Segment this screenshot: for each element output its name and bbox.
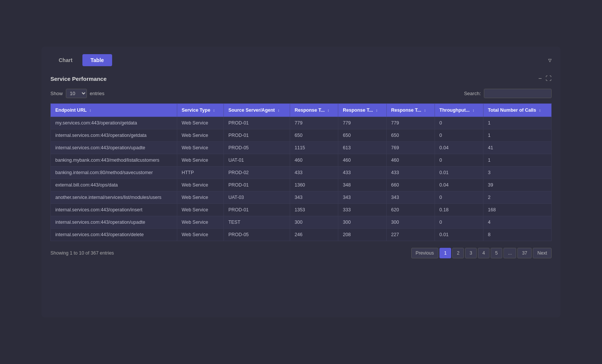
show-entries: Show 10 25 50 100 entries	[50, 89, 105, 98]
search-row: Search:	[464, 89, 552, 98]
cell-row8-col3: 300	[290, 216, 338, 229]
cell-row1-col3: 650	[290, 129, 338, 142]
cell-row0-col6: 0	[435, 117, 483, 129]
cell-row1-col5: 650	[386, 129, 435, 142]
cell-row1-col0: internal.services.com:443/operation/getd…	[51, 129, 177, 142]
cell-row8-col4: 300	[338, 216, 386, 229]
sort-icon-source: ↕	[278, 108, 280, 112]
cell-row2-col0: internal.services.com:443/operation/upad…	[51, 142, 177, 154]
sort-icon-resp1: ↕	[327, 108, 329, 112]
sort-icon-endpoint: ↕	[90, 108, 91, 112]
cell-row2-col1: Web Service	[177, 142, 223, 154]
cell-row4-col5: 433	[386, 167, 435, 179]
sort-icon-resp3: ↕	[424, 108, 426, 112]
cell-row2-col7: 41	[483, 142, 551, 154]
cell-row7-col6: 0.18	[435, 204, 483, 216]
cell-row7-col2: PROD-01	[223, 204, 290, 216]
cell-row4-col7: 3	[483, 167, 551, 179]
filter-icon[interactable]: ▿	[548, 56, 552, 64]
table-row: internal.services.com:443/operation/upad…	[51, 216, 552, 229]
cell-row5-col3: 1360	[290, 179, 338, 191]
expand-button[interactable]: ⛶	[546, 75, 552, 82]
table-controls: Show 10 25 50 100 entries Search:	[50, 89, 552, 98]
cell-row2-col3: 1115	[290, 142, 338, 154]
cell-row0-col2: PROD-01	[223, 117, 290, 129]
table-row: banking.mybank.com:443/method/listallcus…	[51, 154, 552, 167]
cell-row5-col5: 660	[386, 179, 435, 191]
cell-row1-col4: 650	[338, 129, 386, 142]
sort-icon-throughput: ↕	[473, 108, 474, 112]
tab-table[interactable]: Table	[82, 54, 112, 66]
show-label: Show	[50, 91, 63, 96]
search-input[interactable]	[484, 89, 552, 98]
cell-row6-col4: 343	[338, 191, 386, 204]
section-header: Service Performance − ⛶	[50, 75, 552, 82]
cell-row4-col0: banking.internal.com:80/method/savecusto…	[51, 167, 177, 179]
pagination-row: Showing 1 to 10 of 367 entries Previous …	[50, 248, 552, 258]
cell-row9-col0: internal.services.com:443/operation/dele…	[51, 229, 177, 241]
cell-row3-col3: 460	[290, 154, 338, 167]
cell-row9-col2: PROD-05	[223, 229, 290, 241]
cell-row2-col5: 769	[386, 142, 435, 154]
cell-row2-col6: 0.04	[435, 142, 483, 154]
col-resp2[interactable]: Response T... ↕	[338, 104, 386, 117]
table-header-row: Endpoint URL ↕ Service Type ↕ Source Ser…	[51, 104, 552, 117]
next-button[interactable]: Next	[533, 248, 552, 258]
col-resp1[interactable]: Response T... ↕	[290, 104, 338, 117]
cell-row5-col4: 348	[338, 179, 386, 191]
table-row: internal.services.com:443/operation/inse…	[51, 204, 552, 216]
prev-button[interactable]: Previous	[411, 248, 439, 258]
tabs-row: Chart Table ▿	[50, 54, 552, 66]
col-calls[interactable]: Total Number of Calls ↕	[483, 104, 551, 117]
cell-row5-col1: Web Service	[177, 179, 223, 191]
col-throughput[interactable]: Throughput... ↕	[435, 104, 483, 117]
cell-row3-col6: 0	[435, 154, 483, 167]
table-row: banking.internal.com:80/method/savecusto…	[51, 167, 552, 179]
cell-row6-col5: 343	[386, 191, 435, 204]
cell-row3-col1: Web Service	[177, 154, 223, 167]
cell-row7-col3: 1353	[290, 204, 338, 216]
cell-row4-col6: 0.01	[435, 167, 483, 179]
search-label: Search:	[464, 91, 481, 96]
cell-row7-col4: 333	[338, 204, 386, 216]
cell-row0-col7: 1	[483, 117, 551, 129]
minimize-button[interactable]: −	[538, 75, 542, 82]
page-1-button[interactable]: 1	[439, 248, 451, 258]
cell-row1-col7: 1	[483, 129, 551, 142]
cell-row5-col6: 0.04	[435, 179, 483, 191]
showing-text: Showing 1 to 10 of 367 entries	[50, 250, 114, 256]
cell-row3-col5: 460	[386, 154, 435, 167]
cell-row2-col2: PROD-05	[223, 142, 290, 154]
col-source[interactable]: Source Server/Agent ↕	[223, 104, 290, 117]
page-5-button[interactable]: 5	[491, 248, 502, 258]
cell-row7-col0: internal.services.com:443/operation/inse…	[51, 204, 177, 216]
page-2-button[interactable]: 2	[452, 248, 464, 258]
table-body: my.services.com:443/operation/getdataWeb…	[51, 117, 552, 241]
table-row: internal.services.com:443/operation/dele…	[51, 229, 552, 241]
table-row: external.bill.com:443/ops/dataWeb Servic…	[51, 179, 552, 191]
entries-select[interactable]: 10 25 50 100	[66, 89, 87, 98]
cell-row9-col7: 8	[483, 229, 551, 241]
cell-row8-col2: TEST	[223, 216, 290, 229]
entries-label: entries	[90, 91, 105, 96]
cell-row7-col5: 620	[386, 204, 435, 216]
tab-chart[interactable]: Chart	[50, 54, 81, 66]
page-4-button[interactable]: 4	[478, 248, 490, 258]
cell-row5-col0: external.bill.com:443/ops/data	[51, 179, 177, 191]
pagination: Previous 1 2 3 4 5 ... 37 Next	[411, 248, 552, 258]
cell-row9-col6: 0.01	[435, 229, 483, 241]
col-resp3[interactable]: Response T... ↕	[386, 104, 435, 117]
cell-row8-col6: 0	[435, 216, 483, 229]
cell-row3-col2: UAT-01	[223, 154, 290, 167]
cell-row0-col0: my.services.com:443/operation/getdata	[51, 117, 177, 129]
table-row: internal.services.com:443/operation/upad…	[51, 142, 552, 154]
col-service-type[interactable]: Service Type ↕	[177, 104, 223, 117]
col-endpoint[interactable]: Endpoint URL ↕	[51, 104, 177, 117]
table-row: another.service.internal/services/list/m…	[51, 191, 552, 204]
page-37-button[interactable]: 37	[517, 248, 532, 258]
cell-row5-col7: 39	[483, 179, 551, 191]
cell-row6-col1: Web Service	[177, 191, 223, 204]
page-ellipsis: ...	[503, 248, 516, 258]
page-3-button[interactable]: 3	[465, 248, 477, 258]
main-container: Chart Table ▿ Service Performance − ⛶ Sh…	[41, 47, 561, 317]
